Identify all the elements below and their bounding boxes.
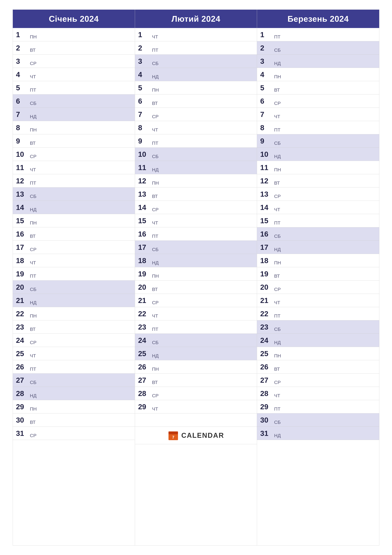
- day-number: 28: [138, 390, 151, 397]
- month-header-1: Січень 2024: [13, 10, 135, 28]
- day-name: пт: [30, 87, 36, 93]
- day-number: 9: [260, 137, 273, 145]
- day-number: 9: [138, 137, 151, 145]
- day-row: 17нд: [257, 241, 379, 254]
- day-name: ср: [30, 340, 36, 346]
- day-row: 24ср: [13, 334, 135, 347]
- day-number: 28: [260, 390, 273, 397]
- day-row: 25чт: [13, 347, 135, 360]
- page: Січень 20241пн2вт3ср4чт5пт6сб7нд8пн9вт10…: [0, 0, 392, 555]
- day-name: нд: [274, 247, 281, 253]
- day-name: ср: [152, 393, 159, 399]
- day-name: нд: [152, 74, 159, 80]
- day-row: 28нд: [13, 387, 135, 400]
- day-number: 29: [260, 403, 273, 410]
- day-row: 13вт: [135, 188, 257, 201]
- day-name: вт: [30, 234, 36, 240]
- day-name: ср: [30, 154, 36, 160]
- day-name: пн: [274, 167, 281, 173]
- day-row: 2вт: [13, 41, 135, 55]
- logo-text: CALENDAR: [181, 431, 224, 439]
- day-row: 8пн: [13, 121, 135, 134]
- day-name: нд: [30, 393, 36, 399]
- day-row: 7ср: [135, 108, 257, 121]
- day-row: 27вт: [135, 373, 257, 387]
- day-row: 4пн: [257, 68, 379, 81]
- day-row: 3нд: [257, 55, 379, 68]
- day-name: чт: [152, 127, 158, 133]
- day-number: 4: [260, 71, 273, 78]
- day-number: 23: [16, 323, 29, 331]
- day-name: вт: [274, 180, 280, 186]
- day-name: сб: [152, 154, 158, 160]
- day-number: 15: [260, 217, 273, 224]
- day-name: пн: [274, 74, 281, 80]
- day-name: чт: [152, 406, 158, 412]
- day-row: 25пн: [257, 347, 379, 360]
- day-name: вт: [152, 380, 158, 386]
- day-name: сб: [274, 140, 281, 146]
- day-number: 24: [260, 337, 273, 344]
- day-number: 5: [138, 84, 151, 91]
- day-number: 12: [260, 177, 273, 184]
- day-number: 27: [138, 377, 151, 384]
- day-name: чт: [30, 74, 36, 80]
- day-number: 7: [260, 111, 273, 118]
- day-name: чт: [274, 114, 280, 120]
- day-row: 22пт: [257, 307, 379, 320]
- day-row: 29пт: [257, 400, 379, 413]
- day-row: 11пн: [257, 161, 379, 174]
- day-number: 26: [16, 363, 29, 371]
- day-name: нд: [30, 114, 36, 120]
- day-number: 3: [260, 58, 273, 65]
- month-column-3: Березень 20241пт2сб3нд4пн5вт6ср7чт8пт9сб…: [257, 10, 379, 545]
- day-row: 12вт: [257, 174, 379, 188]
- day-row: 22пн: [13, 307, 135, 320]
- day-row: 11нд: [135, 161, 257, 174]
- day-number: 14: [138, 204, 151, 211]
- day-name: вт: [30, 47, 36, 53]
- day-number: 13: [16, 190, 29, 198]
- day-row: 11чт: [13, 161, 135, 174]
- day-name: ср: [274, 101, 281, 107]
- day-name: нд: [274, 433, 281, 439]
- day-number: 16: [260, 230, 273, 238]
- day-name: чт: [152, 313, 158, 319]
- day-name: ср: [274, 194, 281, 200]
- day-row: 24сб: [135, 334, 257, 347]
- day-row: 12пн: [135, 174, 257, 188]
- day-number: 20: [16, 284, 29, 291]
- day-number: 20: [138, 284, 151, 291]
- day-number: 19: [16, 270, 29, 278]
- day-number: 12: [138, 177, 151, 184]
- day-number: 6: [16, 97, 29, 105]
- day-row: 28ср: [135, 387, 257, 400]
- day-name: вт: [30, 140, 36, 146]
- day-number: 25: [16, 350, 29, 357]
- day-number: 13: [138, 190, 151, 198]
- calendar-grid: Січень 20241пн2вт3ср4чт5пт6сб7нд8пн9вт10…: [13, 9, 379, 546]
- day-row: 21чт: [257, 294, 379, 307]
- day-name: сб: [152, 61, 158, 67]
- day-name: пн: [152, 273, 159, 279]
- day-row: 22чт: [135, 307, 257, 320]
- day-row: 14нд: [13, 201, 135, 214]
- day-number: 11: [260, 164, 273, 171]
- day-number: 20: [260, 284, 273, 291]
- day-number: 3: [16, 58, 29, 65]
- day-number: 6: [138, 97, 151, 105]
- day-name: пн: [274, 260, 281, 266]
- day-number: 26: [260, 363, 273, 371]
- day-name: пт: [274, 127, 280, 133]
- day-number: 11: [138, 164, 151, 171]
- day-number: 19: [138, 270, 151, 278]
- day-name: сб: [30, 287, 36, 293]
- day-row: 15чт: [135, 214, 257, 227]
- day-number: 4: [138, 71, 151, 78]
- day-row: 9сб: [257, 134, 379, 148]
- day-number: 19: [260, 270, 273, 278]
- day-number: 1: [138, 31, 151, 38]
- day-name: пт: [152, 47, 158, 53]
- day-row: 28чт: [257, 387, 379, 400]
- day-row: 26пт: [13, 360, 135, 373]
